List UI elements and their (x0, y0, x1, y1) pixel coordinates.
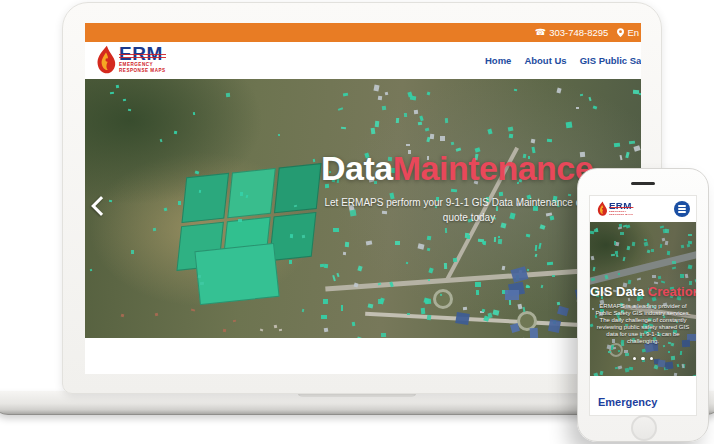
map-building (406, 144, 410, 146)
map-building (425, 128, 430, 132)
map-building (290, 234, 293, 238)
map-building (593, 106, 598, 110)
site-navbar: ERM EMERGENCY RESPONSE MAPS Home About U… (85, 42, 641, 79)
section-heading: Emergency (598, 396, 657, 408)
contact-topbar-content: ☎ 303-748-8295 En (535, 23, 639, 42)
logo-wordmark: ERM (119, 45, 166, 62)
map-building (417, 121, 421, 125)
map-building (122, 98, 126, 101)
phone-home-button[interactable] (631, 415, 657, 441)
map-building (414, 110, 418, 115)
map-building (535, 254, 538, 258)
map-building (323, 299, 328, 304)
hero-overlay (590, 222, 696, 376)
map-building (164, 207, 168, 211)
map-building (588, 97, 591, 101)
map-building (226, 93, 230, 97)
phone-hero-headline: GIS Data Creation (590, 284, 696, 299)
map-building (385, 91, 389, 95)
map-building (371, 127, 376, 133)
map-building (494, 236, 497, 241)
map-building (625, 151, 629, 157)
map-building (178, 201, 182, 205)
map-building (428, 279, 430, 282)
map-building (580, 94, 583, 96)
map-building (539, 242, 542, 248)
map-building (378, 96, 383, 101)
phone-hero-slider: GIS Data Creation ERMAPS is a leading pr… (590, 222, 696, 376)
map-building (576, 107, 579, 109)
site-logo[interactable]: ERM EMERGENCY RESPONSE MAPS (96, 45, 166, 75)
map-building (382, 106, 387, 111)
map-building (444, 263, 447, 269)
hero-headline: DataMaintenance (321, 149, 593, 188)
map-building (566, 121, 573, 128)
location-text: En (627, 27, 639, 38)
map-building (420, 307, 424, 313)
carousel-dot[interactable] (633, 357, 637, 361)
map-building (233, 320, 236, 323)
nav-item-home[interactable]: Home (485, 55, 511, 66)
hero-title-white: Data (321, 149, 393, 187)
map-building (548, 319, 561, 333)
mockup-stage: ☎ 303-748-8295 En (0, 0, 714, 444)
map-building (121, 313, 125, 317)
phone-contact-link[interactable]: ☎ 303-748-8295 (535, 27, 608, 38)
map-building (505, 290, 519, 300)
map-building (128, 109, 132, 112)
carousel-dot[interactable] (650, 357, 654, 361)
map-building (633, 89, 639, 93)
hero-slider: DataMaintenance Let ERMAPS perform your … (85, 79, 641, 338)
map-building (556, 88, 561, 94)
map-building (476, 289, 479, 294)
map-building (109, 200, 112, 203)
carousel-prev-arrow[interactable] (89, 193, 109, 219)
map-building (407, 313, 411, 315)
map-building (278, 134, 280, 136)
map-building (365, 241, 371, 246)
nav-item-gis-public-safety[interactable]: GIS Public Safety (580, 55, 641, 66)
map-building (455, 312, 470, 325)
map-building (289, 259, 292, 263)
map-building (426, 248, 430, 252)
nav-item-about-us[interactable]: About Us (524, 55, 566, 66)
map-building (336, 273, 339, 278)
map-building (451, 188, 457, 192)
map-building (540, 285, 543, 288)
map-building (445, 228, 448, 233)
map-building (375, 121, 380, 127)
location-contact-link[interactable]: En (617, 27, 639, 38)
phone-frame: ERM EMERGENCY RESPONSE MAPS (577, 168, 709, 442)
logo-tagline-2: RESPONSE MAPS (119, 68, 166, 74)
map-building (357, 265, 362, 271)
map-building (379, 298, 385, 305)
phone-hero-paragraph: ERMAPS is a leading provider of Public S… (595, 303, 691, 345)
map-building (483, 315, 489, 321)
map-building (488, 129, 493, 135)
contact-topbar: ☎ 303-748-8295 En (85, 23, 641, 42)
hero-title-white: GIS Data (590, 284, 644, 299)
map-building (475, 282, 481, 288)
map-building (351, 322, 354, 326)
phone-screen: ERM EMERGENCY RESPONSE MAPS (590, 196, 696, 415)
map-building (341, 127, 346, 130)
map-building (462, 307, 467, 311)
map-building (540, 224, 546, 230)
carousel-dot[interactable] (641, 357, 645, 361)
map-building (552, 275, 555, 277)
map-building (614, 143, 620, 148)
map-building (509, 133, 514, 137)
map-building (427, 235, 431, 240)
map-building (343, 92, 349, 96)
map-building (405, 262, 408, 265)
map-building (427, 314, 432, 320)
map-building (368, 304, 374, 309)
hero-title-red: Maintenance (393, 149, 593, 187)
map-building (514, 89, 517, 92)
hamburger-menu-button[interactable] (674, 201, 690, 217)
map-building (116, 85, 120, 89)
map-building (302, 309, 305, 313)
map-building (492, 309, 499, 315)
logo-wordmark: ERM (609, 201, 633, 210)
phone-site-logo[interactable]: ERM EMERGENCY RESPONSE MAPS (597, 201, 633, 217)
